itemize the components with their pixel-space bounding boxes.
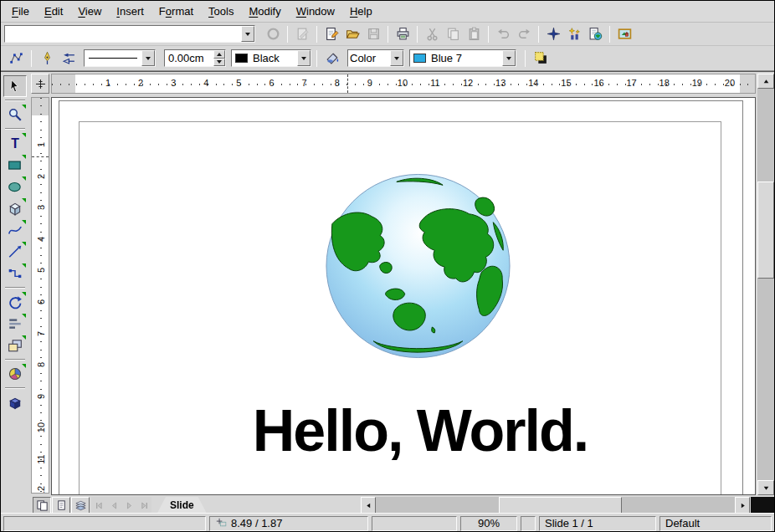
status-info[interactable]: [3, 516, 206, 531]
line-width-field[interactable]: 0.00cm: [164, 49, 226, 67]
horizontal-scrollbar-thumb[interactable]: [499, 497, 622, 514]
status-zoom[interactable]: 90%: [460, 516, 517, 531]
status-slide[interactable]: Slide 1 / 1: [539, 516, 656, 531]
layer-view-button[interactable]: [71, 497, 90, 514]
hscroll-left-button[interactable]: [361, 497, 376, 514]
next-page-icon: [125, 501, 134, 510]
horizontal-scrollbar[interactable]: [376, 497, 735, 514]
vertical-scrollbar[interactable]: [757, 74, 774, 495]
master-view-button[interactable]: [52, 497, 70, 514]
shadow-button[interactable]: [531, 49, 551, 69]
flyout-indicator-icon: [22, 242, 26, 246]
url-combobox[interactable]: [4, 25, 255, 43]
line-width-value[interactable]: 0.00cm: [165, 52, 213, 64]
hruler-number: 6: [269, 78, 274, 88]
menu-window[interactable]: Window: [289, 3, 342, 20]
gallery-button[interactable]: [614, 24, 634, 44]
open-document-button[interactable]: [342, 24, 362, 44]
edit-points-button[interactable]: [6, 49, 26, 69]
url-input[interactable]: [5, 28, 241, 40]
line-color-label: Black: [251, 52, 297, 64]
position-icon: [215, 518, 228, 529]
scroll-down-button[interactable]: [757, 480, 774, 495]
status-page-style[interactable]: Default: [660, 516, 772, 531]
connector-tool-button[interactable]: [3, 263, 27, 284]
menu-view[interactable]: View: [70, 3, 109, 20]
arrange-tool-button[interactable]: [3, 335, 27, 356]
line-style-combobox[interactable]: [84, 49, 156, 67]
undo-button: [493, 24, 513, 44]
navigator-button[interactable]: [543, 24, 563, 44]
hruler-number: 8: [335, 78, 340, 88]
alignment-icon: [8, 316, 23, 331]
curve-tool-button[interactable]: [3, 219, 27, 241]
hruler-number: 16: [593, 78, 603, 88]
hello-world-text[interactable]: Hello, World.: [177, 399, 663, 463]
master-view-icon: [55, 499, 68, 512]
3d-objects-tool-button[interactable]: [3, 197, 27, 219]
menu-help[interactable]: Help: [342, 3, 380, 20]
arrange-icon: [8, 338, 23, 353]
scroll-up-button[interactable]: [757, 74, 774, 89]
fill-color-combobox[interactable]: Blue 7: [409, 49, 516, 67]
select-tool-button[interactable]: [3, 75, 27, 97]
rotate-icon: [8, 294, 23, 309]
curve-icon: [8, 223, 23, 238]
vruler-number: 9: [36, 394, 46, 399]
hruler-number: 18: [660, 78, 670, 88]
cut-button: [422, 24, 442, 44]
status-modified[interactable]: [521, 516, 536, 531]
fill-color-dropdown-arrow-icon[interactable]: [502, 50, 516, 66]
page-view-button[interactable]: [33, 497, 51, 514]
area-fill-button[interactable]: [322, 49, 342, 69]
line-color-dropdown-arrow-icon[interactable]: [297, 50, 311, 66]
arrow-right-icon: [739, 502, 747, 509]
horizontal-ruler[interactable]: 123456789101112131415161718192021: [51, 74, 756, 94]
line-width-increase-icon[interactable]: [213, 50, 225, 59]
tab-slide-1[interactable]: Slide 1: [157, 497, 208, 514]
alignment-tool-button[interactable]: [3, 313, 27, 335]
drawing-canvas[interactable]: Hello, World.: [51, 97, 756, 495]
hyperlink-button[interactable]: [585, 24, 605, 44]
line-color-combobox[interactable]: Black: [231, 49, 311, 67]
globe-object[interactable]: [324, 170, 512, 362]
flyout-indicator-icon: [22, 335, 26, 340]
status-position[interactable]: 8.49 / 1.87: [209, 516, 368, 531]
menu-insert[interactable]: Insert: [109, 3, 151, 20]
zoom-button[interactable]: [564, 24, 584, 44]
vertical-ruler[interactable]: 123456789101112: [31, 97, 49, 494]
flyout-indicator-icon: [22, 292, 26, 296]
menu-edit[interactable]: Edit: [37, 3, 70, 20]
url-dropdown-arrow-icon[interactable]: [241, 26, 254, 42]
ellipse-tool-button[interactable]: [3, 176, 27, 197]
menu-file[interactable]: File: [4, 3, 37, 20]
new-document-button[interactable]: [321, 24, 341, 44]
zoom-tool-button[interactable]: [3, 104, 27, 125]
line-width-decrease-icon[interactable]: [213, 59, 225, 67]
save-document-icon: [367, 27, 381, 41]
hruler-number: 5: [236, 78, 241, 88]
redo-button: [514, 24, 534, 44]
vertical-scrollbar-thumb[interactable]: [757, 182, 774, 279]
rotate-tool-button[interactable]: [3, 291, 27, 313]
menu-modify[interactable]: Modify: [241, 3, 288, 20]
print-document-button[interactable]: [393, 24, 413, 44]
text-tool-button[interactable]: T: [3, 132, 27, 154]
lines-arrows-tool-button[interactable]: [3, 241, 27, 263]
rectangle-tool-button[interactable]: [3, 154, 27, 176]
app-window: FileEditViewInsertFormatToolsModifyWindo…: [0, 0, 775, 532]
hruler-number: 20: [725, 78, 735, 88]
hscroll-right-button[interactable]: [735, 497, 750, 514]
fill-style-dropdown-arrow-icon[interactable]: [390, 50, 403, 66]
effects-tool-button[interactable]: [3, 391, 27, 413]
arrow-style-button[interactable]: [59, 49, 79, 69]
menu-format[interactable]: Format: [151, 3, 201, 20]
status-size[interactable]: [372, 516, 457, 531]
flyout-indicator-icon: [22, 198, 26, 202]
line-style-dropdown-arrow-icon[interactable]: [141, 50, 155, 66]
insert-tool-button[interactable]: [3, 363, 27, 385]
fill-style-combobox[interactable]: Color: [347, 49, 404, 67]
ruler-origin-button[interactable]: [31, 74, 49, 94]
menu-tools[interactable]: Tools: [201, 3, 241, 20]
pen-line-button[interactable]: [37, 49, 57, 69]
